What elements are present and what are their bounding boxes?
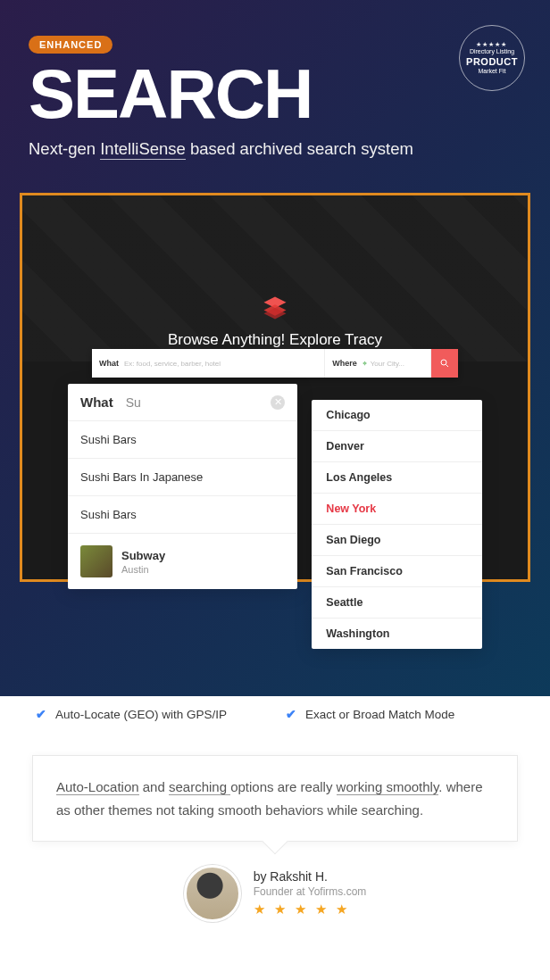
search-where-segment[interactable]: Where ⌖ Your City...: [325, 349, 431, 378]
search-button[interactable]: [431, 349, 458, 378]
intellisense-term: IntelliSense: [100, 139, 186, 160]
business-thumb-icon: [80, 545, 112, 577]
dd-what-query: Su: [126, 395, 141, 410]
feature-item: ✔Exact or Broad Match Mode: [286, 707, 514, 721]
suggestion-row[interactable]: Sushi Bars: [68, 495, 297, 533]
where-placeholder: Your City...: [371, 360, 404, 368]
locate-icon: ⌖: [362, 359, 367, 369]
product-seal: ★★★★★ Directory Listing PRODUCT Market F…: [459, 25, 525, 91]
where-label: Where: [332, 359, 357, 368]
stack-logo-icon: [261, 294, 289, 322]
city-row[interactable]: San Francisco: [312, 556, 482, 587]
svg-line-1: [446, 365, 449, 368]
dropdowns-overlay: What Su ✕ Sushi Bars Sushi Bars In Japan…: [68, 384, 482, 649]
city-row[interactable]: Seattle: [312, 587, 482, 619]
avatar: [184, 865, 241, 922]
where-dropdown: Chicago Denver Los Angeles New York San …: [312, 400, 482, 649]
hero-section: ENHANCED ★★★★★ Directory Listing PRODUCT…: [0, 0, 550, 696]
svg-point-0: [441, 360, 446, 365]
city-row[interactable]: Denver: [312, 431, 482, 462]
page-title: SEARCH: [29, 59, 521, 129]
business-city: Austin: [121, 564, 165, 575]
search-what-segment[interactable]: What Ex: food, service, barber, hotel: [92, 349, 325, 378]
check-icon: ✔: [286, 707, 296, 721]
what-label: What: [99, 359, 119, 368]
suggestion-row[interactable]: Sushi Bars: [68, 420, 297, 458]
what-placeholder: Ex: food, service, barber, hotel: [124, 360, 221, 368]
feature-item: ✔Auto-Locate (GEO) with GPS/IP: [36, 707, 264, 721]
enhanced-badge: ENHANCED: [29, 36, 112, 54]
page-subtitle: Next-gen IntelliSense based archived sea…: [29, 139, 521, 159]
check-icon: ✔: [36, 707, 46, 721]
testimonial-card: Auto-Location and searching options are …: [32, 755, 518, 842]
search-bar: What Ex: food, service, barber, hotel Wh…: [92, 349, 458, 378]
rating-stars-icon: ★ ★ ★ ★ ★: [254, 901, 367, 918]
testimonial-author: by Rakshit H. Founder at Yofirms.com ★ ★…: [0, 865, 550, 922]
demo-headline: Browse Anything! Explore Tracy: [168, 331, 382, 349]
business-name: Subway: [121, 549, 165, 562]
city-row[interactable]: San Diego: [312, 525, 482, 556]
city-row[interactable]: New York: [312, 494, 482, 525]
suggestion-row[interactable]: Sushi Bars In Japanese: [68, 458, 297, 495]
search-icon: [439, 358, 450, 369]
author-byline: by Rakshit H.: [254, 869, 367, 884]
what-dropdown: What Su ✕ Sushi Bars Sushi Bars In Japan…: [68, 384, 297, 589]
business-row[interactable]: Subway Austin: [68, 533, 297, 589]
city-row[interactable]: Chicago: [312, 400, 482, 431]
clear-icon[interactable]: ✕: [271, 395, 285, 410]
author-role: Founder at Yofirms.com: [254, 885, 367, 898]
demo-hero: Browse Anything! Explore Tracy What Ex: …: [22, 195, 528, 361]
city-row[interactable]: Washington: [312, 619, 482, 649]
dd-what-label: What: [80, 394, 113, 410]
city-row[interactable]: Los Angeles: [312, 462, 482, 494]
